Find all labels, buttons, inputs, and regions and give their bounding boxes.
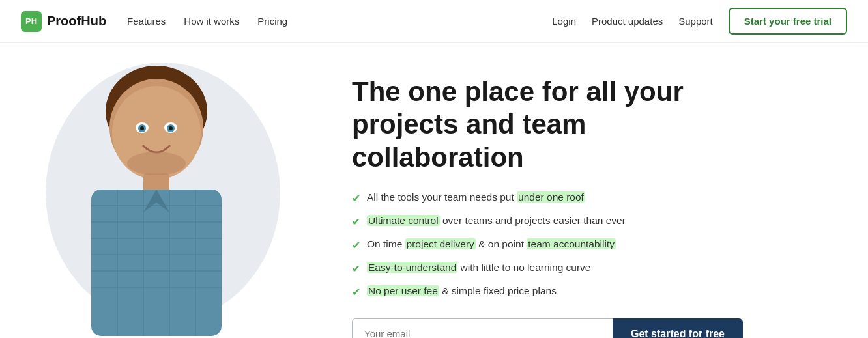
nav-how-it-works[interactable]: How it works [184,16,239,27]
highlight-2: Ultimate control [367,215,440,226]
check-icon-1: ✔ [352,191,360,206]
highlight-3a: project delivery [405,238,476,249]
highlight-1: under one roof [517,191,585,203]
navbar: PH ProofHub Features How it works Pricin… [0,0,868,43]
email-input[interactable] [352,318,613,338]
feature-item-3: ✔ On time project delivery & on point te… [352,236,821,253]
check-icon-5: ✔ [352,285,360,300]
nav-features[interactable]: Features [127,16,166,27]
hero-title: The one place for all your projects and … [352,76,756,174]
person-image [52,63,261,336]
logo-area[interactable]: PH ProofHub [21,11,106,32]
nav-login[interactable]: Login [552,16,576,27]
nav-product-updates[interactable]: Product updates [592,16,663,27]
feature-item-2: ✔ Ultimate control over teams and projec… [352,213,821,230]
feature-item-4: ✔ Easy-to-understand with little to no l… [352,260,821,277]
person-svg [52,63,261,336]
nav-right: Login Product updates Support Start your… [552,8,847,35]
feature-text-4: Easy-to-understand with little to no lea… [367,260,590,275]
hero-image-side [0,56,313,338]
svg-point-7 [140,126,144,130]
feature-item-1: ✔ All the tools your team needs put unde… [352,190,821,206]
svg-point-22 [127,152,186,175]
highlight-3b: team accountability [527,238,616,249]
logo-text: ProofHub [47,14,106,29]
get-started-button[interactable]: Get started for free [613,318,743,338]
svg-rect-10 [91,190,222,336]
highlight-5: No per user fee [367,285,439,296]
logo-icon: PH [21,11,42,32]
hero-text-side: The one place for all your projects and … [313,56,847,338]
svg-point-8 [169,126,173,130]
check-icon-4: ✔ [352,261,360,277]
feature-text-5: No per user fee & simple fixed price pla… [367,283,557,298]
email-form: Get started for free [352,318,743,338]
check-icon-2: ✔ [352,214,360,230]
feature-item-5: ✔ No per user fee & simple fixed price p… [352,283,821,300]
main-content: The one place for all your projects and … [0,43,868,338]
features-list: ✔ All the tools your team needs put unde… [352,190,821,300]
start-trial-button[interactable]: Start your free trial [729,8,847,35]
feature-text-3: On time project delivery & on point team… [367,236,616,251]
feature-text-2: Ultimate control over teams and projects… [367,213,626,228]
nav-pricing[interactable]: Pricing [257,16,287,27]
highlight-4: Easy-to-understand [367,262,457,273]
feature-text-1: All the tools your team needs put under … [367,190,585,204]
nav-support[interactable]: Support [678,16,713,27]
check-icon-3: ✔ [352,238,360,253]
nav-links: Features How it works Pricing [127,16,287,27]
